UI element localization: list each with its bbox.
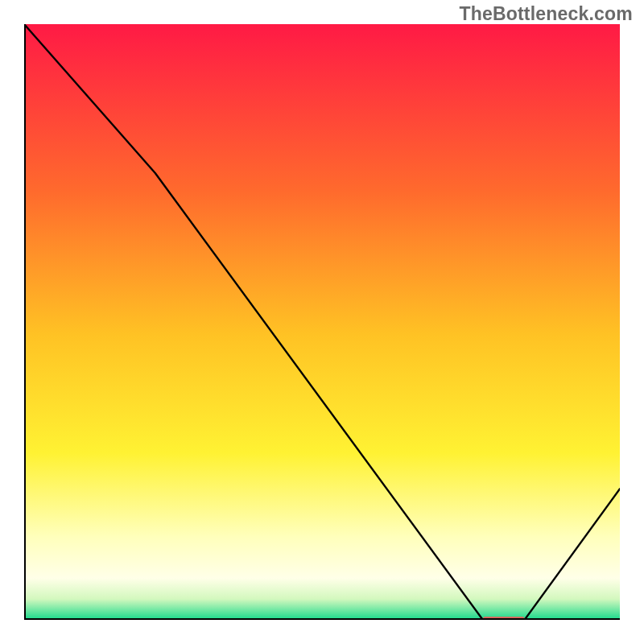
watermark-text: TheBottleneck.com bbox=[459, 3, 633, 25]
y-axis bbox=[24, 24, 26, 620]
line-layer bbox=[24, 24, 620, 620]
chart-canvas: TheBottleneck.com bbox=[0, 0, 644, 644]
x-axis bbox=[24, 618, 620, 620]
plot-area bbox=[24, 24, 620, 620]
bottleneck-curve bbox=[24, 24, 620, 620]
